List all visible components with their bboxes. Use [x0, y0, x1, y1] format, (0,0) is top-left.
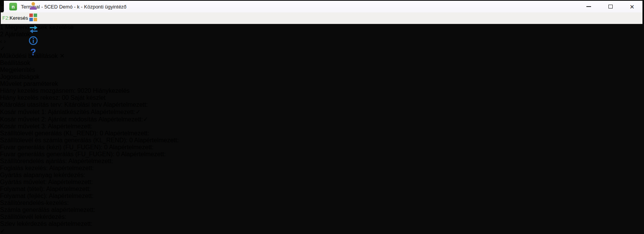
field-label: Szállítólevél lekérdezés: [0, 214, 66, 220]
field-label: Szállítólevél generálás (KL_REND): [0, 130, 98, 137]
field-label: Szállítólevél és számla generálás (KL_RE… [0, 137, 128, 143]
hiany-rekesz-value-dropdown[interactable]: Saját készlet [70, 94, 106, 101]
default-checkbox-checked[interactable]: ✓ [135, 109, 140, 115]
fuvar-kezi-count-combo[interactable]: 0 [104, 144, 107, 150]
tab-megjelenites[interactable]: Megjelenítés [0, 67, 644, 73]
default-label: Alapértelmezett: [49, 193, 94, 199]
app-logo-icon: n [9, 3, 17, 10]
field-label: Gyártás alapanyag lekérdezés: [0, 172, 85, 178]
field-label: Kosár művelet 2: [0, 116, 46, 123]
default-label: Alapértelmezett: [103, 101, 148, 108]
main-toolbar: F2:Keresés ? [1, 12, 642, 24]
field-label: Szállítórendelés ajánlás: [0, 158, 67, 164]
search-hotkey-hint[interactable]: F2:Keresés [2, 15, 28, 21]
default-label: Alapértelmezett: [48, 123, 93, 130]
minimize-icon [586, 6, 591, 7]
row-name: Megrendelések kezelése [5, 24, 73, 31]
default-label: Alapértelmezett: [46, 186, 91, 192]
help-icon[interactable]: ? [28, 47, 39, 59]
hiany-rekesz-code-combo[interactable]: 00 [62, 94, 69, 101]
modules-grid-icon[interactable] [28, 12, 39, 24]
hotkey-label: F2: [2, 15, 10, 21]
default-label: Alapértelmezett: [48, 179, 93, 185]
kosar-muvelet-1-dropdown[interactable]: Ajánlatkészítés [48, 109, 90, 115]
close-button[interactable]: ✕ [627, 2, 637, 11]
main-workspace: Ügyletkezelés paraméterek és lekérdezés … [0, 0, 644, 234]
row-code: 1 [0, 24, 3, 31]
field-label: Szállítórendelés-kezelés: [0, 200, 69, 206]
hiany-mozgasnem-code-combo[interactable]: 9020 [77, 87, 91, 94]
minimize-button[interactable] [584, 2, 594, 11]
field-label: Számla generálás alapértelmezett: [0, 207, 95, 213]
default-label: Alapértelmezett: [109, 144, 154, 150]
default-label: Alapértelmezett: [98, 116, 143, 123]
title-bar: n Terminal - 5CED Demó - k - Központi üg… [4, 1, 642, 12]
field-label: Kosár művelet 1: [0, 109, 46, 115]
field-label: Kosár művelet 3: [0, 123, 46, 130]
row-name: Ajánlatok [5, 31, 30, 38]
szallitolevel-szamla-count-combo[interactable]: 0 [129, 137, 133, 143]
default-label: Alapértelmezett: [134, 137, 179, 143]
settings-panel: Működési beállítások ✕ Beállítások Megje… [0, 52, 644, 234]
tab-beallitasok[interactable]: Beállítások [0, 60, 644, 67]
hotkey-action-label: Keresés [10, 15, 28, 21]
confirm-check-icon[interactable]: ✓ [0, 227, 644, 234]
hiany-mozgasnem-value-dropdown[interactable]: Hiánykezelés [93, 87, 129, 94]
default-label: Alapértelmezett: [68, 158, 113, 164]
table-row-selected[interactable]: 2 Ajánlatok [0, 31, 644, 38]
field-label: Fuvar generálás (kézi) (FU_FUGEN): [0, 144, 102, 150]
default-label: Alapértelmezett: [49, 165, 94, 171]
default-label: Alapértelmezett: [91, 109, 136, 115]
tab-jogosultsagok[interactable]: Jogosultságok [0, 73, 644, 80]
default-label: Alapértelmezett: [104, 130, 149, 137]
kosar-muvelet-2-dropdown[interactable]: Ajánlat módosítás [48, 116, 97, 123]
maximize-button[interactable] [605, 2, 615, 11]
field-label: Folyamat (tétel): [0, 186, 45, 192]
maximize-icon [608, 5, 613, 9]
scroll-right-icon[interactable]: › [4, 38, 6, 44]
field-label: Hiány kezelés mozgásnem: [0, 87, 76, 94]
close-icon: ✕ [630, 4, 635, 10]
info-icon[interactable] [28, 36, 39, 47]
settings-form: Hiány kezelés mozgásnem: 9020 Hiánykezel… [0, 87, 644, 227]
svg-text:?: ? [30, 47, 36, 57]
szallitolevel-generalas-count-combo[interactable]: 0 [100, 130, 103, 137]
user-icon[interactable] [28, 1, 39, 12]
field-label: Szlev lekérdezés alapértelmezett: [0, 220, 92, 227]
settings-tabs: Beállítások Megjelenítés Jogosultságok M… [0, 60, 644, 87]
default-checkbox-checked[interactable]: ✓ [143, 116, 148, 123]
default-label: Alapértelmezett: [121, 151, 166, 157]
tab-muvelet-parameterek[interactable]: Művelet paraméterek [0, 80, 644, 87]
sync-arrows-icon[interactable] [28, 24, 39, 36]
field-label: Kitárolási utasítás terv: [0, 101, 63, 108]
table-horizontal-scrollbar[interactable]: ‹ › [0, 38, 644, 45]
kitarolasi-terv-dropdown[interactable]: Kitárolási terv [64, 101, 102, 108]
field-label: Fuvar generálás generálás (FU_FUGEN): [0, 151, 114, 157]
row-code: 2 [0, 31, 3, 38]
field-label: Hiány kezelés rekesz: [0, 94, 60, 101]
field-label: Gyártás művelet: [0, 179, 47, 185]
fuvar-generalas-count-combo[interactable]: 0 [116, 151, 120, 157]
table-confirm-icon: ✓ [0, 45, 644, 52]
field-label: Foglalás kezelés: [0, 165, 48, 171]
scroll-left-icon[interactable]: ‹ [0, 38, 2, 44]
settings-close-icon[interactable]: ✕ [60, 53, 65, 59]
table-row[interactable]: 1 Megrendelések kezelése [0, 24, 644, 31]
field-label: Folyamat (fejléc): [0, 193, 48, 199]
